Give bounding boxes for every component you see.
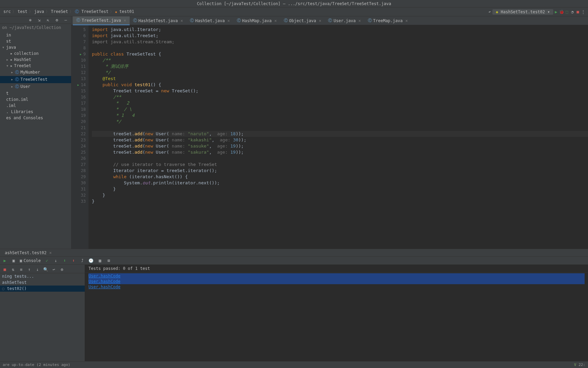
file-icon: Ⓒ xyxy=(133,18,137,24)
tree-item[interactable]: ▾java xyxy=(0,44,71,50)
editor-code[interactable]: import java.util.Iterator;import java.ut… xyxy=(88,25,588,249)
editor-tabs[interactable]: ⒸTreeSetTest.java×ⒸHashSetTest.java×ⒸHas… xyxy=(71,16,588,25)
run-panel: ashSetTest.test02 × ▶ ▣ ▣Console ✓ ↓ ⬇ ⬆… xyxy=(0,249,588,361)
editor-tab[interactable]: ⒸTreeSetTest.java× xyxy=(73,16,130,25)
layout-icon[interactable]: ▦ xyxy=(97,258,103,263)
console-link[interactable]: User.hashCode xyxy=(88,279,120,284)
tree-item[interactable]: ▸ⒸMyNumber xyxy=(0,69,71,76)
project-sidebar: ⊕ ⇲ ⇱ ⚙ — on ~/javaTest/Collection inst▾… xyxy=(0,16,71,249)
window-title: Collection [~/javaTest/Collection] – ...… xyxy=(0,0,588,7)
file-icon: Ⓒ xyxy=(328,18,332,24)
file-icon: Ⓒ xyxy=(190,18,194,24)
project-tree[interactable]: inst▾java▸collection▸▸HashSet▾▸TreeSet▸Ⓒ… xyxy=(0,31,71,249)
breadcrumb-item[interactable]: ● test01 xyxy=(114,9,135,14)
tree-item[interactable]: es and Consoles xyxy=(0,115,71,121)
editor-tab[interactable]: ⒸUser.java× xyxy=(325,16,364,25)
editor-tab[interactable]: ⒸObject.java× xyxy=(280,16,325,25)
grid-icon[interactable]: ⊞ xyxy=(106,258,112,263)
run-panel-tab[interactable]: ashSetTest.test02 xyxy=(2,250,49,255)
close-icon[interactable]: × xyxy=(124,18,126,23)
test-tree-row[interactable]: ashSetTest xyxy=(0,279,85,286)
tree-item[interactable]: ction.iml xyxy=(0,96,71,103)
wrap-icon[interactable]: ↩ xyxy=(51,267,56,272)
close-icon[interactable]: × xyxy=(319,18,321,23)
gear-icon[interactable]: ⚙ xyxy=(59,267,65,272)
run-button-icon[interactable]: ▶ xyxy=(553,9,559,15)
tree-item[interactable]: in xyxy=(0,32,71,38)
file-icon: Ⓒ xyxy=(284,18,288,24)
vim-indicator: V xyxy=(574,363,576,367)
collapse-all-icon[interactable]: ≡ xyxy=(18,267,24,272)
console-tab[interactable]: ▣Console xyxy=(20,258,41,263)
close-icon[interactable]: × xyxy=(358,18,361,23)
breadcrumb-item[interactable]: Ⓒ TreeSetTest xyxy=(74,9,110,14)
tree-item[interactable]: t xyxy=(0,90,71,96)
close-icon[interactable]: × xyxy=(180,18,183,23)
test-tree[interactable]: ■ ⇅ ≡ ↑ ↓ 🔍 ↩ ⚙ ning tests... ashSetTest… xyxy=(0,265,85,361)
test-tree-row[interactable]: ning tests... xyxy=(0,273,85,279)
stop-button-icon[interactable]: ■ xyxy=(575,9,581,15)
tree-item[interactable]: .iml xyxy=(0,103,71,109)
editor-tab[interactable]: ⒸHashMap.java× xyxy=(233,16,280,25)
toggle-icon[interactable]: ⇅ xyxy=(10,267,16,272)
console-link[interactable]: User.hashCode xyxy=(88,274,120,278)
close-icon[interactable]: × xyxy=(49,250,52,255)
tree-item[interactable]: ▾▸TreeSet xyxy=(0,63,71,69)
editor-tab[interactable]: ⒸHashSet.java× xyxy=(186,16,233,25)
close-icon[interactable]: × xyxy=(274,18,277,23)
test-tree-row[interactable]: ◌ test02() xyxy=(0,286,85,292)
tree-item[interactable]: st xyxy=(0,38,71,44)
down-icon[interactable]: ⬇ xyxy=(62,258,67,263)
rerun-icon[interactable]: ▶ xyxy=(2,258,7,263)
up-icon[interactable]: ⬆ xyxy=(71,258,76,263)
next-icon[interactable]: ↓ xyxy=(35,267,40,272)
chevron-right-icon: 〉 xyxy=(46,9,50,14)
status-time: 22: xyxy=(578,363,585,367)
stop-icon[interactable]: ■ xyxy=(2,267,7,272)
more-icon[interactable]: ⋮ xyxy=(581,9,586,15)
tree-item[interactable]: ▸ⒸTreeSetTest xyxy=(0,76,71,83)
locate-icon[interactable]: ⊕ xyxy=(28,17,33,23)
expand-icon[interactable]: ⇲ xyxy=(36,17,42,23)
export-icon[interactable]: ⤴ xyxy=(80,258,85,263)
file-icon: Ⓒ xyxy=(368,18,372,24)
breadcrumb-item[interactable]: test xyxy=(16,9,29,14)
search-icon[interactable]: 🔍 xyxy=(43,267,48,272)
breadcrumb-bar: src〉test〉java〉TreeSet〉Ⓒ TreeSetTest〉● te… xyxy=(0,7,588,16)
chevron-right-icon: 〉 xyxy=(12,9,16,14)
hide-icon[interactable]: — xyxy=(63,17,68,23)
breadcrumb-item[interactable]: TreeSet xyxy=(50,9,70,14)
check-icon[interactable]: ✓ xyxy=(44,258,50,263)
code-editor[interactable]: 5678▸910111213▸1415161718192021222324252… xyxy=(71,25,588,249)
editor-gutter: 5678▸910111213▸1415161718192021222324252… xyxy=(71,25,88,249)
tree-item[interactable]: . Libraries xyxy=(0,109,71,115)
editor-tab[interactable]: ⒸHashSetTest.java× xyxy=(130,16,186,25)
console-link[interactable]: User.hashCode xyxy=(88,285,120,289)
editor-tab[interactable]: ⒸTreeMap.java× xyxy=(364,16,411,25)
tree-item[interactable]: ▸▸HashSet xyxy=(0,57,71,63)
tree-item[interactable]: ▸collection xyxy=(0,50,71,57)
profile-button-icon[interactable]: ◔ xyxy=(570,9,575,15)
tree-item[interactable]: ▸ⒸUser xyxy=(0,83,71,90)
debug-button-icon[interactable]: 🐞 xyxy=(559,9,564,15)
test-status: Tests passed: 0 of 1 test xyxy=(85,265,588,273)
console-output[interactable]: User.hashCodeUser.hashCodeUser.hashCode xyxy=(85,273,588,361)
breadcrumb-item[interactable]: src xyxy=(2,9,12,14)
prev-icon[interactable]: ↑ xyxy=(27,267,32,272)
run-config-dropdown[interactable]: ◆ HashSetTest.test02 ▾ xyxy=(492,9,553,15)
chevron-right-icon: 〉 xyxy=(29,9,33,14)
sort-icon[interactable]: ↓ xyxy=(53,258,59,263)
collapse-icon[interactable]: ⇱ xyxy=(45,17,51,23)
status-message: are up-to-date (2 minutes ago) xyxy=(3,363,70,367)
file-icon: Ⓒ xyxy=(76,17,80,23)
breadcrumb-item[interactable]: java xyxy=(33,9,46,14)
coverage-button-icon[interactable]: ⬚ xyxy=(564,9,570,15)
history-icon[interactable]: 🕘 xyxy=(88,258,94,263)
file-icon: Ⓒ xyxy=(237,18,241,24)
project-root-label: on ~/javaTest/Collection xyxy=(0,24,71,31)
gear-icon[interactable]: ⚙ xyxy=(54,17,60,23)
back-icon[interactable]: ↶ xyxy=(487,9,492,15)
close-icon[interactable]: × xyxy=(227,18,230,23)
close-icon[interactable]: × xyxy=(405,18,408,23)
filter-icon[interactable]: ▣ xyxy=(11,258,16,263)
